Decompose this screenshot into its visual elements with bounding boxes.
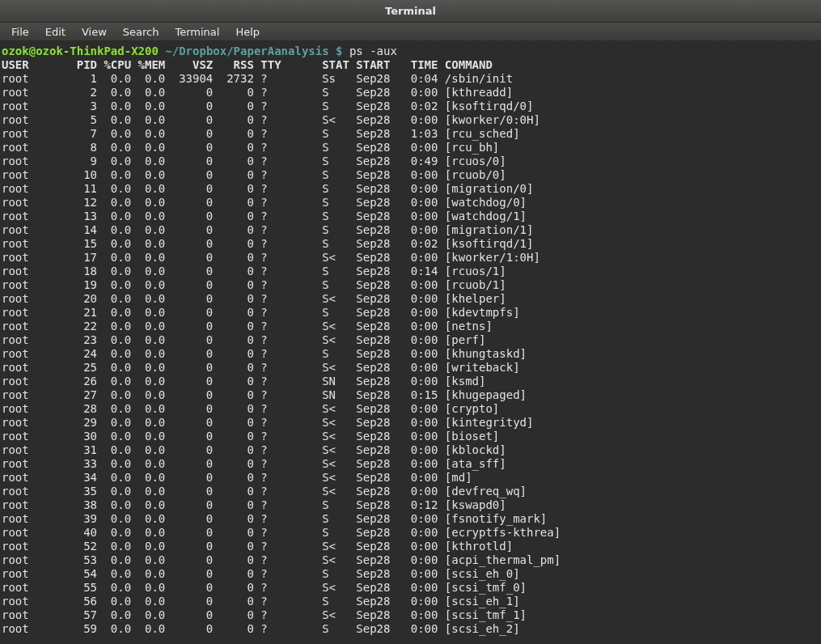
process-row: root 55 0.0 0.0 0 0 ? S< Sep28 0:00 [scs…: [2, 581, 819, 595]
process-row: root 56 0.0 0.0 0 0 ? S Sep28 0:00 [scsi…: [2, 595, 819, 608]
process-row: root 25 0.0 0.0 0 0 ? S< Sep28 0:00 [wri…: [2, 361, 819, 375]
process-row: root 18 0.0 0.0 0 0 ? S Sep28 0:14 [rcuo…: [2, 265, 819, 278]
process-row: root 22 0.0 0.0 0 0 ? S< Sep28 0:00 [net…: [2, 320, 819, 333]
terminal-output[interactable]: ozok@ozok-ThinkPad-X200 ~/Dropbox/PaperA…: [0, 41, 821, 644]
window-titlebar[interactable]: Terminal: [0, 0, 821, 23]
process-row: root 54 0.0 0.0 0 0 ? S Sep28 0:00 [scsi…: [2, 567, 819, 581]
process-row: root 14 0.0 0.0 0 0 ? S Sep28 0:00 [migr…: [2, 223, 819, 237]
window-title: Terminal: [385, 5, 436, 17]
process-row: root 17 0.0 0.0 0 0 ? S< Sep28 0:00 [kwo…: [2, 251, 819, 265]
menu-terminal[interactable]: Terminal: [167, 24, 227, 40]
menu-edit[interactable]: Edit: [37, 24, 74, 40]
menu-view[interactable]: View: [74, 24, 115, 40]
process-row: root 28 0.0 0.0 0 0 ? S< Sep28 0:00 [cry…: [2, 402, 819, 416]
process-row: root 29 0.0 0.0 0 0 ? S< Sep28 0:00 [kin…: [2, 416, 819, 430]
process-row: root 35 0.0 0.0 0 0 ? S< Sep28 0:00 [dev…: [2, 485, 819, 498]
process-row: root 15 0.0 0.0 0 0 ? S Sep28 0:02 [ksof…: [2, 237, 819, 251]
process-row: root 59 0.0 0.0 0 0 ? S Sep28 0:00 [scsi…: [2, 622, 819, 636]
menu-help[interactable]: Help: [227, 24, 268, 40]
ps-header: USER PID %CPU %MEM VSZ RSS TTY STAT STAR…: [2, 58, 819, 72]
process-row: root 24 0.0 0.0 0 0 ? S Sep28 0:00 [khun…: [2, 347, 819, 361]
process-row: root 52 0.0 0.0 0 0 ? S< Sep28 0:00 [kth…: [2, 540, 819, 553]
process-row: root 27 0.0 0.0 0 0 ? SN Sep28 0:15 [khu…: [2, 388, 819, 402]
process-row: root 8 0.0 0.0 0 0 ? S Sep28 0:00 [rcu_b…: [2, 141, 819, 155]
process-row: root 5 0.0 0.0 0 0 ? S< Sep28 0:00 [kwor…: [2, 113, 819, 127]
process-row: root 12 0.0 0.0 0 0 ? S Sep28 0:00 [watc…: [2, 196, 819, 210]
process-row: root 33 0.0 0.0 0 0 ? S< Sep28 0:00 [ata…: [2, 457, 819, 471]
process-row: root 13 0.0 0.0 0 0 ? S Sep28 0:00 [watc…: [2, 210, 819, 223]
menubar: FileEditViewSearchTerminalHelp: [0, 23, 821, 41]
process-row: root 40 0.0 0.0 0 0 ? S Sep28 0:00 [ecry…: [2, 526, 819, 540]
process-row: root 7 0.0 0.0 0 0 ? S Sep28 1:03 [rcu_s…: [2, 127, 819, 141]
process-row: root 39 0.0 0.0 0 0 ? S Sep28 0:00 [fsno…: [2, 512, 819, 526]
process-row: root 23 0.0 0.0 0 0 ? S< Sep28 0:00 [per…: [2, 333, 819, 347]
process-row: root 38 0.0 0.0 0 0 ? S Sep28 0:12 [kswa…: [2, 498, 819, 512]
process-row: root 20 0.0 0.0 0 0 ? S< Sep28 0:00 [khe…: [2, 292, 819, 306]
process-row: root 26 0.0 0.0 0 0 ? SN Sep28 0:00 [ksm…: [2, 375, 819, 388]
process-row: root 31 0.0 0.0 0 0 ? S< Sep28 0:00 [kbl…: [2, 443, 819, 457]
prompt-line: ozok@ozok-ThinkPad-X200 ~/Dropbox/PaperA…: [2, 44, 819, 58]
process-row: root 57 0.0 0.0 0 0 ? S< Sep28 0:00 [scs…: [2, 608, 819, 622]
process-row: root 10 0.0 0.0 0 0 ? S Sep28 0:00 [rcuo…: [2, 168, 819, 182]
process-row: root 2 0.0 0.0 0 0 ? S Sep28 0:00 [kthre…: [2, 86, 819, 100]
process-row: root 11 0.0 0.0 0 0 ? S Sep28 0:00 [migr…: [2, 182, 819, 196]
process-row: root 30 0.0 0.0 0 0 ? S< Sep28 0:00 [bio…: [2, 430, 819, 443]
process-row: root 19 0.0 0.0 0 0 ? S Sep28 0:00 [rcuo…: [2, 278, 819, 292]
process-row: root 53 0.0 0.0 0 0 ? S< Sep28 0:00 [acp…: [2, 553, 819, 567]
process-row: root 21 0.0 0.0 0 0 ? S Sep28 0:00 [kdev…: [2, 306, 819, 320]
process-row: root 9 0.0 0.0 0 0 ? S Sep28 0:49 [rcuos…: [2, 155, 819, 168]
menu-file[interactable]: File: [3, 24, 37, 40]
process-row: root 3 0.0 0.0 0 0 ? S Sep28 0:02 [ksoft…: [2, 100, 819, 113]
menu-search[interactable]: Search: [115, 24, 167, 40]
process-row: root 34 0.0 0.0 0 0 ? S< Sep28 0:00 [md]: [2, 471, 819, 485]
process-row: root 1 0.0 0.0 33904 2732 ? Ss Sep28 0:0…: [2, 72, 819, 86]
